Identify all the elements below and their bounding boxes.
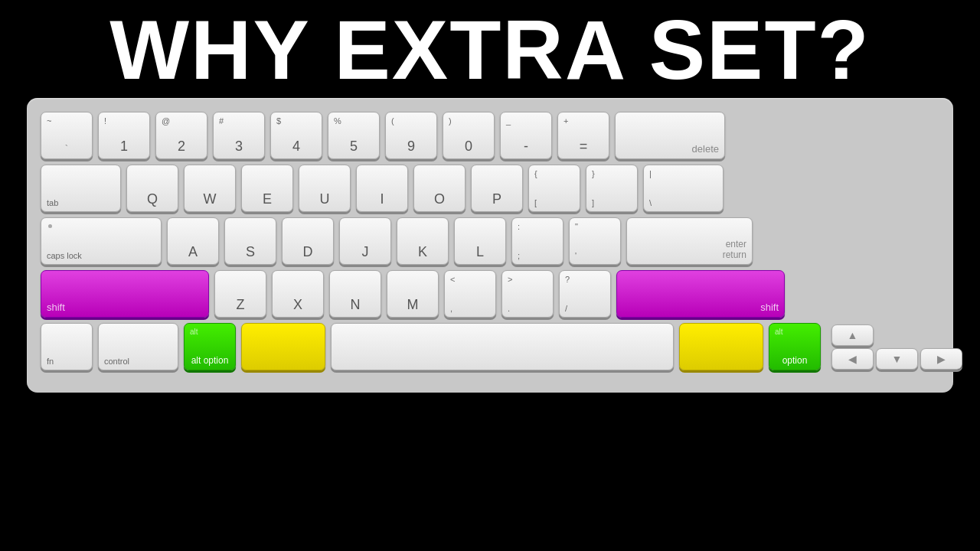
key-option-right[interactable]: alt option	[769, 323, 821, 370]
key-4[interactable]: $ 4	[270, 112, 322, 159]
key-cmd-left[interactable]	[241, 323, 325, 370]
key-z[interactable]: Z	[214, 270, 266, 318]
key-0[interactable]: ) 0	[443, 112, 495, 159]
key-fn[interactable]: fn	[41, 323, 93, 370]
key-shift-right[interactable]: shift	[616, 270, 785, 318]
key-j[interactable]: J	[339, 217, 391, 265]
page-title: WHY EXTRA SET?	[0, 0, 980, 98]
key-comma[interactable]: < ,	[444, 270, 496, 318]
key-o[interactable]: O	[413, 165, 466, 212]
key-x[interactable]: X	[272, 270, 324, 318]
key-arrow-left[interactable]: ◀	[831, 348, 874, 370]
key-k[interactable]: K	[397, 217, 449, 265]
key-1[interactable]: ! 1	[98, 112, 150, 159]
qwerty-row: tab Q W E U I O P { [ } ] | \	[41, 165, 939, 212]
key-lbracket[interactable]: { [	[528, 165, 580, 212]
key-m[interactable]: M	[387, 270, 439, 318]
key-quote[interactable]: " '	[569, 217, 621, 265]
key-shift-left[interactable]: shift	[41, 270, 209, 318]
key-n[interactable]: N	[329, 270, 381, 318]
key-arrow-up[interactable]: ▲	[831, 324, 874, 346]
key-period[interactable]: > .	[501, 270, 554, 318]
key-space[interactable]	[331, 323, 674, 370]
key-s[interactable]: S	[224, 217, 276, 265]
key-backtick[interactable]: ~ `	[41, 112, 93, 159]
key-option-left[interactable]: alt alt option	[184, 323, 236, 370]
key-arrow-down[interactable]: ▼	[876, 348, 918, 370]
bottom-row: fn control alt alt option alt option	[41, 323, 939, 370]
key-rbracket[interactable]: } ]	[586, 165, 638, 212]
key-3[interactable]: # 3	[213, 112, 265, 159]
number-row: ~ ` ! 1 @ 2 # 3 $ 4 % 5	[41, 112, 939, 159]
key-l[interactable]: L	[454, 217, 506, 265]
key-5[interactable]: % 5	[328, 112, 380, 159]
key-p[interactable]: P	[471, 165, 523, 212]
key-equals[interactable]: + =	[557, 112, 609, 159]
key-tab[interactable]: tab	[41, 165, 121, 212]
key-slash[interactable]: ? /	[559, 270, 611, 318]
key-arrow-right[interactable]: ▶	[920, 348, 962, 370]
key-enter[interactable]: enter return	[626, 217, 753, 265]
key-control[interactable]: control	[98, 323, 178, 370]
key-backslash[interactable]: | \	[643, 165, 724, 212]
key-a[interactable]: A	[167, 217, 219, 265]
keyboard: ~ ` ! 1 @ 2 # 3 $ 4 % 5	[27, 98, 953, 393]
shift-row: shift Z X N M < , > . ? / shift	[41, 270, 939, 318]
key-minus[interactable]: _ -	[500, 112, 552, 159]
key-q[interactable]: Q	[126, 165, 178, 212]
key-cmd-right[interactable]	[679, 323, 763, 370]
asdf-row: caps lock A S D J K L : ; " ' enter retu…	[41, 217, 939, 265]
key-9[interactable]: ( 9	[385, 112, 437, 159]
key-w[interactable]: W	[184, 165, 236, 212]
key-e[interactable]: E	[241, 165, 293, 212]
key-2[interactable]: @ 2	[155, 112, 207, 159]
key-semicolon[interactable]: : ;	[511, 217, 564, 265]
key-d[interactable]: D	[282, 217, 334, 265]
key-i[interactable]: I	[356, 165, 408, 212]
key-capslock[interactable]: caps lock	[41, 217, 162, 265]
key-u[interactable]: U	[299, 165, 351, 212]
page-container: WHY EXTRA SET? ~ ` ! 1 @ 2 # 3 $ 4	[0, 0, 980, 551]
key-delete[interactable]: delete	[615, 112, 725, 159]
